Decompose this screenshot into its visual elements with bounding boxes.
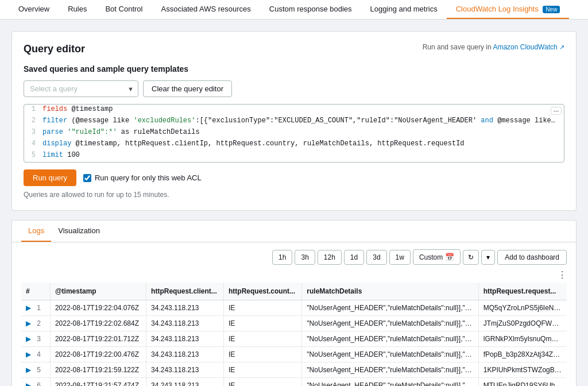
table-row[interactable]: ▶ 6 2022-08-17T19:21:57.474Z 34.243.118.… — [21, 378, 567, 387]
tab-rules[interactable]: Rules — [59, 0, 96, 19]
tab-logs[interactable]: Logs — [21, 221, 51, 242]
tab-custom-response[interactable]: Custom response bodies — [260, 0, 361, 19]
select-query-dropdown[interactable]: Select a query — [24, 80, 138, 97]
section-header: Query editor Run and save query in Amazo… — [24, 43, 564, 55]
table-row[interactable]: ▶ 4 2022-08-17T19:22:00.476Z 34.243.118.… — [21, 347, 567, 362]
time-1w-button[interactable]: 1w — [389, 250, 411, 265]
cell-timestamp: 2022-08-17T19:21:57.474Z — [50, 378, 146, 387]
cell-request: JTmjZuS0PzgdOQFWFIi6HZ — [478, 316, 567, 331]
query-editor-title: Query editor — [24, 43, 85, 55]
clear-query-button[interactable]: Clear the query editor — [143, 80, 232, 97]
time-3h-button[interactable]: 3h — [295, 250, 315, 265]
table-row[interactable]: ▶ 2 2022-08-17T19:22:02.684Z 34.243.118.… — [21, 316, 567, 331]
amazon-cloudwatch-link[interactable]: Amazon CloudWatch ↗ — [493, 43, 564, 51]
cell-request: fPopB_b3p28XzAtj34ZsepB — [478, 347, 567, 362]
run-section: Run query Run query for only this web AC… — [24, 169, 564, 186]
cell-rule: "NoUserAgent_HEADER","ruleMatchDetails":… — [302, 300, 478, 316]
time-controls: 1h 3h 12h 1d 3d 1w Custom 📅 ↻ ▾ Add to d… — [21, 249, 567, 265]
query-controls: Select a query ▼ Clear the query editor — [24, 80, 564, 97]
tab-cloudwatch[interactable]: CloudWatch Log Insights New — [447, 0, 570, 19]
tab-overview[interactable]: Overview — [9, 0, 59, 19]
add-to-dashboard-button[interactable]: Add to dashboard — [497, 250, 567, 265]
table-row[interactable]: ▶ 1 2022-08-17T19:22:04.076Z 34.243.118.… — [21, 300, 567, 316]
col-header-country[interactable]: httpRequest.count... — [224, 283, 302, 300]
time-custom-button[interactable]: Custom 📅 — [413, 249, 461, 265]
cell-timestamp: 2022-08-17T19:21:59.122Z — [50, 362, 146, 378]
col-header-timestamp[interactable]: @timestamp — [50, 283, 146, 300]
code-line-5: 5 limit 100 — [24, 150, 564, 162]
new-badge: New — [543, 6, 560, 13]
col-header-hash[interactable]: # — [21, 283, 50, 300]
expand-row-button[interactable]: ▶ — [26, 319, 33, 327]
cell-timestamp: 2022-08-17T19:22:02.684Z — [50, 316, 146, 331]
tab-visualization[interactable]: Visualization — [51, 221, 107, 242]
run-only-acl-checkbox-label: Run query for only this web ACL — [83, 173, 202, 182]
cell-rule: "NoUserAgent_HEADER","ruleMatchDetails":… — [302, 378, 478, 387]
table-header-row: # @timestamp httpRequest.client... httpR… — [21, 283, 567, 300]
cell-num: ▶ 4 — [21, 347, 50, 362]
col-header-client[interactable]: httpRequest.client... — [146, 283, 224, 300]
time-1h-button[interactable]: 1h — [272, 250, 292, 265]
time-12h-button[interactable]: 12h — [318, 250, 342, 265]
cell-num: ▶ 1 — [21, 300, 50, 316]
logs-body: 1h 3h 12h 1d 3d 1w Custom 📅 ↻ ▾ Add to d… — [12, 242, 576, 386]
cell-timestamp: 2022-08-17T19:22:04.076Z — [50, 300, 146, 316]
three-dot-menu-button[interactable]: ⋮ — [558, 269, 567, 280]
cell-client: 34.243.118.213 — [146, 378, 224, 387]
run-query-button[interactable]: Run query — [24, 169, 76, 186]
logs-table: # @timestamp httpRequest.client... httpR… — [21, 283, 567, 386]
tab-aws-resources[interactable]: Associated AWS resources — [152, 0, 260, 19]
time-1d-button[interactable]: 1d — [344, 250, 364, 265]
cell-request: MQ5qYZroLnPS5j6IeNZCic1 — [478, 300, 567, 316]
cell-rule: "NoUserAgent_HEADER","ruleMatchDetails":… — [302, 316, 478, 331]
dropdown-button[interactable]: ▾ — [481, 250, 495, 265]
expand-row-button[interactable]: ▶ — [26, 350, 33, 358]
table-container: # @timestamp httpRequest.client... httpR… — [21, 283, 567, 386]
cell-request: MTUEnJjgRD19SY6UhXQ8-vf — [478, 378, 567, 387]
cell-country: IE — [224, 331, 302, 347]
cell-client: 34.243.118.213 — [146, 347, 224, 362]
cell-client: 34.243.118.213 — [146, 331, 224, 347]
tab-logging[interactable]: Logging and metrics — [361, 0, 447, 19]
refresh-button[interactable]: ↻ — [463, 250, 479, 265]
expand-row-button[interactable]: ▶ — [26, 335, 33, 343]
expand-row-button[interactable]: ▶ — [26, 366, 33, 374]
table-row[interactable]: ▶ 3 2022-08-17T19:22:01.712Z 34.243.118.… — [21, 331, 567, 347]
code-editor[interactable]: 1 fields @timestamp 2 filter (@message l… — [24, 104, 564, 163]
cell-rule: "NoUserAgent_HEADER","ruleMatchDetails":… — [302, 331, 478, 347]
col-header-rule[interactable]: ruleMatchDetails — [302, 283, 478, 300]
code-ellipsis-button[interactable]: ··· — [551, 107, 562, 115]
cell-num: ▶ 5 — [21, 362, 50, 378]
run-save-link: Run and save query in Amazon CloudWatch … — [423, 43, 564, 51]
expand-row-button[interactable]: ▶ — [26, 381, 33, 386]
cell-num: ▶ 3 — [21, 331, 50, 347]
cell-country: IE — [224, 378, 302, 387]
expand-row-button[interactable]: ▶ — [26, 304, 33, 312]
cell-client: 34.243.118.213 — [146, 316, 224, 331]
cell-rule: "NoUserAgent_HEADER","ruleMatchDetails":… — [302, 362, 478, 378]
cell-num: ▶ 6 — [21, 378, 50, 387]
cell-country: IE — [224, 362, 302, 378]
logs-section: Logs Visualization 1h 3h 12h 1d 3d 1w Cu… — [11, 220, 577, 386]
cell-country: IE — [224, 347, 302, 362]
cell-client: 34.243.118.213 — [146, 300, 224, 316]
cell-client: 34.243.118.213 — [146, 362, 224, 378]
table-row[interactable]: ▶ 5 2022-08-17T19:21:59.122Z 34.243.118.… — [21, 362, 567, 378]
top-navigation: Overview Rules Bot Control Associated AW… — [0, 0, 588, 20]
col-header-request[interactable]: httpRequest.request... — [478, 283, 567, 300]
run-only-acl-checkbox[interactable] — [83, 174, 91, 182]
logs-tabs: Logs Visualization — [12, 221, 576, 242]
cell-timestamp: 2022-08-17T19:22:01.712Z — [50, 331, 146, 347]
code-line-2: 2 filter (@message like 'excludedRules':… — [24, 116, 564, 128]
cell-timestamp: 2022-08-17T19:22:00.476Z — [50, 347, 146, 362]
cell-num: ▶ 2 — [21, 316, 50, 331]
cell-request: 1KPIUhPkmtSTWZogBweopVl — [478, 362, 567, 378]
cell-country: IE — [224, 300, 302, 316]
code-line-3: 3 parse '"ruleId":*' as ruleMatchDetails — [24, 128, 564, 139]
main-content: Query editor Run and save query in Amazo… — [0, 20, 588, 386]
saved-queries-title: Saved queries and sample query templates — [24, 64, 564, 74]
query-editor-section: Query editor Run and save query in Amazo… — [11, 31, 577, 211]
time-3d-button[interactable]: 3d — [366, 250, 386, 265]
tab-bot-control[interactable]: Bot Control — [96, 0, 152, 19]
cell-country: IE — [224, 316, 302, 331]
